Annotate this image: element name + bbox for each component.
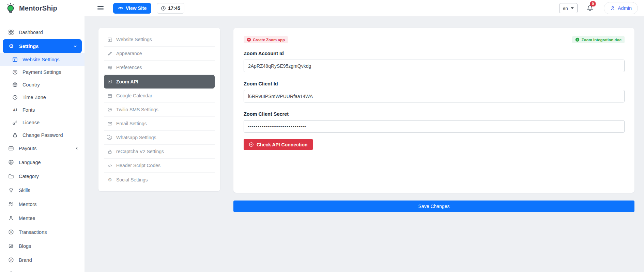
folder-icon bbox=[8, 173, 14, 179]
settings-nav-header-scripts[interactable]: Header Script Codes bbox=[104, 159, 215, 173]
sidebar-item-blogs[interactable]: Blogs bbox=[0, 239, 85, 253]
settings-nav-preferences[interactable]: Preferences bbox=[104, 61, 215, 75]
wallet-icon bbox=[8, 145, 14, 151]
sidebar-item-label: Fonts bbox=[22, 107, 35, 113]
chevron-down-icon bbox=[73, 44, 78, 49]
settings-nav-google-calendar[interactable]: Google Calendar bbox=[104, 89, 215, 103]
notifications-button[interactable]: 0 bbox=[586, 4, 594, 12]
sidebar-item-language[interactable]: Language bbox=[0, 155, 85, 169]
users-icon bbox=[8, 201, 14, 207]
zoom-client-id-input[interactable] bbox=[244, 90, 625, 102]
settings-nav-website-settings[interactable]: Website Settings bbox=[104, 33, 215, 47]
clock-icon bbox=[161, 6, 166, 11]
sidebar-item-country[interactable]: Country bbox=[0, 78, 85, 91]
chevron-left-icon bbox=[75, 146, 79, 150]
whatsapp-icon bbox=[107, 135, 112, 140]
language-dropdown[interactable]: en bbox=[559, 3, 578, 13]
settings-nav-appearance[interactable]: Appearance bbox=[104, 47, 215, 61]
topbar: View Site 17:45 en 0 Admin bbox=[85, 0, 644, 16]
sidebar-item-change-password[interactable]: Change Password bbox=[0, 129, 85, 141]
svg-text:?: ? bbox=[577, 38, 579, 41]
check-circle-icon bbox=[249, 142, 254, 147]
sidebar-item-mentors[interactable]: Mentors bbox=[0, 197, 85, 211]
settings-nav-social[interactable]: ⚙ Social Settings bbox=[104, 173, 215, 187]
time-display: 17:45 bbox=[157, 3, 184, 14]
zoom-client-id-label: Zoom Client Id bbox=[244, 81, 625, 86]
lock-icon bbox=[107, 149, 112, 154]
zoom-api-card: Create Zoom app ? Zoom integration doc Z… bbox=[233, 28, 634, 193]
person-icon bbox=[610, 5, 615, 11]
mail-icon bbox=[107, 121, 112, 126]
code-icon bbox=[107, 163, 112, 168]
sidebar-item-label: Settings bbox=[19, 44, 39, 49]
sidebar-item-category[interactable]: Category bbox=[0, 169, 85, 183]
sidebar-item-label: Language bbox=[19, 160, 41, 165]
settings-nav-card: Website Settings Appearance Preferences bbox=[98, 28, 220, 191]
settings-nav-twilio-sms[interactable]: Twilio SMS Settings bbox=[104, 103, 215, 117]
clock-icon bbox=[12, 95, 18, 100]
layout-icon bbox=[12, 57, 18, 62]
brand-name: MentorShip bbox=[19, 4, 57, 12]
zoom-client-secret-input[interactable] bbox=[244, 120, 625, 133]
plus-circle-icon bbox=[247, 37, 251, 42]
sidebar-item-transactions[interactable]: $ Transactions bbox=[0, 225, 85, 239]
sidebar-item-workflow[interactable]: Workflow bbox=[0, 267, 85, 272]
sidebar-item-payouts[interactable]: Payouts bbox=[0, 141, 85, 155]
sidebar-item-label: Country bbox=[22, 82, 40, 87]
image-icon bbox=[8, 243, 14, 249]
sliders-icon bbox=[107, 65, 112, 70]
sidebar-item-license[interactable]: License bbox=[0, 116, 85, 129]
zoom-account-id-input[interactable] bbox=[244, 60, 625, 72]
calendar-icon bbox=[107, 93, 112, 98]
sidebar-nav: Dashboard ⚙ Settings Website Settings bbox=[0, 17, 85, 272]
sidebar-item-label: Mentee bbox=[19, 215, 35, 221]
globe-icon bbox=[8, 159, 14, 165]
sidebar-item-dashboard[interactable]: Dashboard bbox=[0, 25, 85, 39]
sidebar-item-label: Category bbox=[19, 174, 39, 179]
create-zoom-app-link[interactable]: Create Zoom app bbox=[244, 36, 288, 43]
chat-bubble-icon bbox=[107, 107, 112, 112]
grid-icon bbox=[8, 29, 14, 35]
view-site-button[interactable]: View Site bbox=[113, 3, 151, 14]
sidebar-item-label: Dashboard bbox=[19, 30, 43, 35]
sidebar-item-label: Brand bbox=[19, 257, 32, 263]
settings-nav-recaptcha[interactable]: reCaptcha V2 Settings bbox=[104, 145, 215, 159]
brand-circle-icon: A bbox=[8, 257, 14, 263]
key-icon bbox=[12, 120, 18, 125]
zoom-integration-doc-link[interactable]: ? Zoom integration doc bbox=[572, 36, 625, 43]
admin-button[interactable]: Admin bbox=[604, 2, 638, 14]
svg-text:A: A bbox=[10, 258, 12, 261]
sidebar-item-label: Blogs bbox=[19, 243, 31, 249]
id-card-icon bbox=[107, 79, 112, 84]
sidebar-item-payment-settings[interactable]: $ Payment Settings bbox=[0, 66, 85, 78]
sidebar-item-skills[interactable]: Skills bbox=[0, 183, 85, 197]
hamburger-menu-icon[interactable] bbox=[97, 5, 104, 11]
sidebar-item-label: Skills bbox=[19, 188, 30, 193]
question-circle-icon: ? bbox=[575, 37, 580, 42]
sidebar-item-brand[interactable]: A Brand bbox=[0, 253, 85, 267]
settings-nav-whatsapp[interactable]: Whatsapp Settings bbox=[104, 131, 215, 145]
sidebar-item-fonts[interactable]: A Fonts bbox=[0, 103, 85, 116]
sidebar-item-label: Payouts bbox=[19, 146, 36, 151]
svg-text:A: A bbox=[13, 108, 16, 112]
sidebar-item-time-zone[interactable]: Time Zone bbox=[0, 91, 85, 103]
brand[interactable]: MentorShip bbox=[0, 0, 85, 17]
user-icon bbox=[8, 215, 14, 221]
sidebar-item-label: Transactions bbox=[19, 229, 47, 235]
check-api-connection-button[interactable]: Check API Connection bbox=[244, 139, 313, 150]
sidebar-item-website-settings[interactable]: Website Settings bbox=[0, 53, 85, 66]
sidebar-item-mentee[interactable]: Mentee bbox=[0, 211, 85, 225]
settings-nav-zoom-api[interactable]: Zoom API bbox=[104, 75, 215, 89]
bulb-icon bbox=[8, 187, 14, 193]
sidebar-item-label: License bbox=[22, 120, 40, 125]
save-changes-button[interactable]: Save Changes bbox=[233, 201, 634, 212]
zoom-api-panel: Create Zoom app ? Zoom integration doc Z… bbox=[233, 28, 634, 212]
zoom-client-secret-label: Zoom Client Secret bbox=[244, 111, 625, 117]
eye-icon bbox=[118, 5, 123, 11]
notification-badge: 0 bbox=[590, 1, 596, 6]
settings-nav-email[interactable]: Email Settings bbox=[104, 117, 215, 131]
lightbulb-logo-icon bbox=[5, 3, 16, 14]
layout-icon bbox=[107, 37, 112, 42]
sidebar: MentorShip Dashboard ⚙ Settings bbox=[0, 0, 85, 272]
sidebar-item-settings[interactable]: ⚙ Settings bbox=[3, 39, 82, 53]
